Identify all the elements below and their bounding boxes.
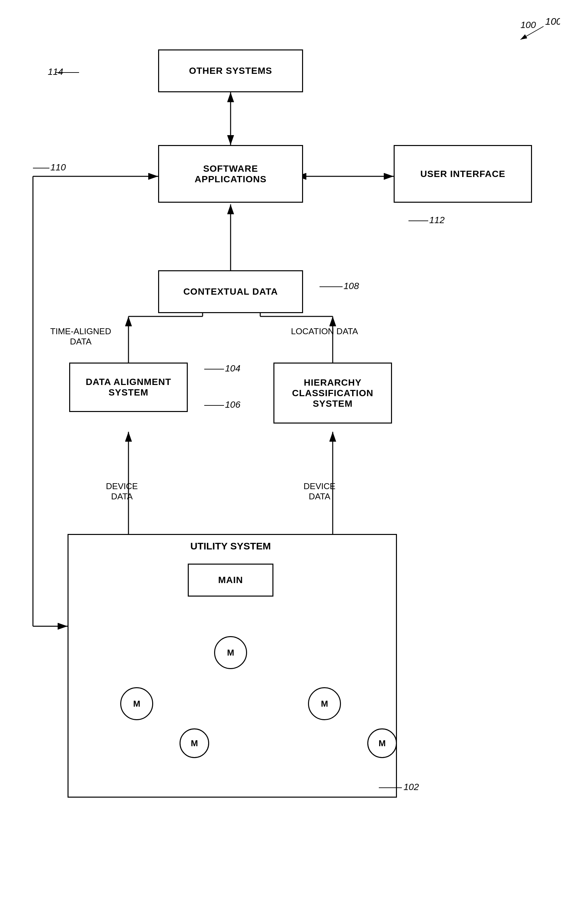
software-applications-box: SOFTWARE APPLICATIONS: [158, 145, 303, 203]
svg-text:104: 104: [225, 363, 241, 373]
hierarchy-classification-box: HIERARCHY CLASSIFICATION SYSTEM: [273, 363, 392, 424]
time-aligned-data-label: TIME-ALIGNED DATA: [43, 326, 119, 347]
svg-text:108: 108: [344, 281, 359, 291]
ref-102-svg: 102: [362, 774, 428, 801]
svg-text:100: 100: [545, 16, 560, 27]
ref-108-svg: 108: [310, 277, 362, 296]
svg-text:102: 102: [404, 782, 419, 792]
utility-system-label: UTILITY SYSTEM: [148, 541, 313, 552]
contextual-data-box: CONTEXTUAL DATA: [158, 270, 303, 313]
ref-100-arrow: 100: [494, 16, 560, 43]
svg-text:114: 114: [48, 66, 63, 77]
ref-106-svg: 106: [191, 395, 244, 415]
ref-114-svg: 114: [46, 63, 99, 83]
other-systems-box: OTHER SYSTEMS: [158, 49, 303, 92]
diagram-container: 100 100 OTHER SYSTEMS SOFTWARE APPLICATI…: [0, 0, 588, 912]
ref-112-svg: 112: [395, 211, 448, 231]
svg-text:112: 112: [429, 215, 445, 225]
meter-circle-right: M: [308, 687, 341, 720]
svg-text:106: 106: [225, 400, 241, 410]
meter-circle-left-sub: M: [179, 728, 209, 758]
main-box: MAIN: [188, 564, 273, 596]
device-data-left-label: DEVICE DATA: [89, 481, 155, 502]
location-data-label: LOCATION DATA: [287, 326, 362, 337]
user-interface-box: USER INTERFACE: [394, 145, 532, 203]
svg-text:110: 110: [50, 162, 66, 172]
meter-circle-top: M: [214, 636, 247, 669]
data-alignment-box: DATA ALIGNMENT SYSTEM: [69, 363, 188, 412]
meter-circle-left: M: [120, 687, 153, 720]
device-data-right-label: DEVICE DATA: [287, 481, 352, 502]
meter-circle-right-sub: M: [367, 728, 397, 758]
svg-line-33: [520, 26, 544, 40]
ref-110-svg: 110: [16, 158, 69, 178]
ref-104-svg: 104: [191, 359, 244, 379]
